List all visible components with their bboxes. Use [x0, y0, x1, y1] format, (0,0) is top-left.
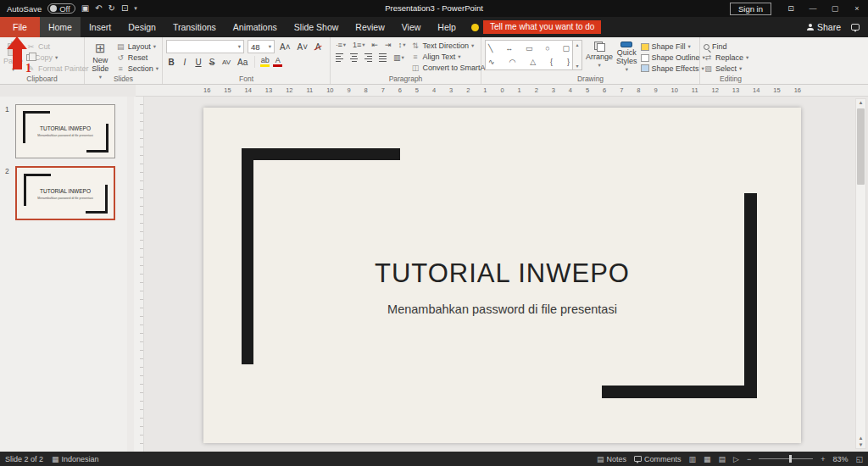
- gallery-up-icon[interactable]: ▴: [576, 42, 578, 47]
- align-right-button[interactable]: [363, 53, 374, 63]
- scroll-up-icon[interactable]: ▴: [860, 99, 863, 106]
- tab-insert[interactable]: Insert: [81, 17, 120, 37]
- next-slide-icon[interactable]: ▾: [860, 441, 863, 448]
- decrease-indent-button[interactable]: ⇤: [370, 40, 381, 50]
- underline-button[interactable]: U: [193, 58, 203, 67]
- reset-button[interactable]: ↺Reset: [116, 53, 159, 63]
- notes-button[interactable]: ▤Notes: [597, 455, 626, 463]
- new-slide-button[interactable]: ⊞ New Slide ▾: [88, 40, 113, 73]
- share-button[interactable]: Share: [807, 22, 841, 32]
- comments-icon[interactable]: [851, 24, 860, 31]
- vertical-scrollbar[interactable]: ▴ ▴ ▾: [855, 98, 866, 449]
- shape-brace-left-icon[interactable]: {: [550, 58, 553, 66]
- columns-button[interactable]: ▥▾: [392, 53, 406, 63]
- slide-title-text[interactable]: TUTORIAL INWEPO: [203, 258, 801, 289]
- section-button[interactable]: ≡Section▾: [116, 64, 159, 73]
- layout-button[interactable]: ▤Layout▾: [116, 42, 159, 52]
- minimize-button[interactable]: —: [802, 0, 824, 17]
- change-case-button[interactable]: Aa: [236, 58, 249, 67]
- shape-arc-icon[interactable]: ◠: [509, 58, 515, 66]
- increase-indent-button[interactable]: ⇥: [383, 40, 393, 50]
- gallery-down-icon[interactable]: ▾: [576, 63, 578, 69]
- tab-animations[interactable]: Animations: [225, 17, 286, 37]
- zoom-out-button[interactable]: −: [747, 455, 751, 463]
- zoom-in-button[interactable]: +: [821, 455, 825, 463]
- redo-icon[interactable]: ↻: [108, 4, 115, 13]
- font-color-button[interactable]: A: [273, 57, 282, 67]
- tab-transitions[interactable]: Transitions: [164, 17, 225, 37]
- align-left-button[interactable]: [334, 53, 345, 63]
- zoom-slider-thumb[interactable]: [789, 455, 792, 463]
- undo-icon[interactable]: ↶: [95, 4, 102, 13]
- previous-slide-icon[interactable]: ▴: [860, 435, 863, 441]
- slide-canvas[interactable]: TUTORIAL INWEPO Menambahkan password di …: [203, 108, 801, 443]
- strikethrough-button[interactable]: S: [207, 58, 217, 67]
- shape-triangle-icon[interactable]: △: [530, 58, 536, 66]
- numbering-button[interactable]: 1≡▾: [351, 40, 367, 50]
- arrange-button[interactable]: Arrange ▾: [586, 40, 613, 73]
- italic-button[interactable]: I: [180, 58, 190, 67]
- shape-brace-right-icon[interactable]: }: [567, 58, 570, 66]
- tab-view[interactable]: View: [393, 17, 430, 37]
- slide-subtitle-text[interactable]: Menambahkan password di file presentasi: [203, 302, 801, 316]
- zoom-slider[interactable]: [759, 458, 813, 459]
- clear-formatting-button[interactable]: A: [313, 42, 323, 52]
- shape-arrow-icon[interactable]: ↔: [505, 44, 513, 53]
- line-spacing-button[interactable]: ↕▾: [397, 40, 408, 50]
- shape-curve-icon[interactable]: ∿: [488, 58, 495, 66]
- maximize-button[interactable]: ▢: [824, 0, 846, 17]
- shape-line-icon[interactable]: ╲: [488, 44, 492, 53]
- align-center-button[interactable]: [348, 53, 359, 63]
- justify-button[interactable]: [377, 53, 388, 63]
- ribbon-display-options-icon[interactable]: ⊡: [780, 0, 802, 17]
- tab-home[interactable]: Home: [40, 17, 81, 37]
- highlight-color-button[interactable]: ab: [260, 57, 270, 67]
- scrollbar-thumb[interactable]: [857, 108, 865, 185]
- tab-review[interactable]: Review: [347, 17, 392, 37]
- shape-rounded-rect-icon[interactable]: ▢: [562, 44, 570, 53]
- tab-file[interactable]: File: [0, 17, 40, 37]
- shapes-gallery[interactable]: ╲ ↔ ▭ ○ ▢ ∿ ◠ △ { }: [485, 40, 573, 70]
- close-button[interactable]: ×: [846, 0, 868, 17]
- quick-styles-button[interactable]: Quick Styles ▾: [616, 40, 637, 73]
- language-button[interactable]: ▦Indonesian: [52, 455, 99, 463]
- shrink-font-button[interactable]: A˅: [296, 42, 310, 52]
- comments-button[interactable]: Comments: [634, 455, 682, 463]
- format-painter-button[interactable]: ✎Format Painter: [26, 64, 89, 73]
- font-size-select[interactable]: 48▾: [248, 40, 275, 53]
- start-slideshow-icon[interactable]: ⊡: [121, 4, 128, 13]
- slide-thumbnail-1[interactable]: TUTORIAL INWEPO Menambahkan password di …: [15, 104, 115, 158]
- character-spacing-button[interactable]: AV: [220, 58, 232, 66]
- shape-rectangle-icon[interactable]: ▭: [526, 44, 533, 53]
- grow-font-button[interactable]: A˄: [278, 42, 292, 52]
- normal-view-button[interactable]: ▥: [688, 455, 696, 463]
- shape-effects-button[interactable]: Shape Effects▾: [641, 64, 705, 73]
- autosave-toggle[interactable]: Off: [47, 3, 75, 14]
- tab-slideshow[interactable]: Slide Show: [286, 17, 348, 37]
- slide-thumbnail-2[interactable]: TUTORIAL INWEPO Menambahkan password di …: [15, 166, 115, 220]
- tab-help[interactable]: Help: [429, 17, 465, 37]
- reading-view-button[interactable]: ▤: [719, 455, 726, 463]
- slide-sorter-view-button[interactable]: ▦: [704, 455, 711, 463]
- replace-button[interactable]: ⇄Replace▾: [704, 53, 748, 63]
- cut-button[interactable]: ✂Cut: [26, 42, 89, 52]
- zoom-level[interactable]: 83%: [832, 455, 848, 463]
- shape-ellipse-icon[interactable]: ○: [545, 44, 549, 53]
- font-name-select[interactable]: ▾: [166, 40, 244, 53]
- customize-qat-icon[interactable]: ▾: [134, 5, 137, 12]
- copy-button[interactable]: Copy▾: [26, 53, 89, 63]
- shape-outline-button[interactable]: Shape Outline▾: [641, 53, 705, 63]
- thumbnail-panel-scrollbar[interactable]: [127, 97, 134, 452]
- sign-in-button[interactable]: Sign in: [730, 3, 771, 15]
- gallery-scrollbar[interactable]: ▴ ▾: [573, 40, 582, 70]
- tell-me-box[interactable]: Tell me what you want to do: [483, 20, 601, 34]
- paste-button[interactable]: Paste ▾: [3, 40, 23, 73]
- bold-button[interactable]: B: [166, 58, 176, 67]
- find-button[interactable]: Find: [704, 42, 748, 52]
- shape-fill-button[interactable]: Shape Fill▾: [641, 42, 705, 52]
- fit-to-window-button[interactable]: ◱: [855, 455, 863, 463]
- save-icon[interactable]: ▣: [81, 4, 89, 13]
- slideshow-view-button[interactable]: ▷: [733, 455, 739, 463]
- tab-design[interactable]: Design: [120, 17, 164, 37]
- bullets-button[interactable]: ∙≡▾: [334, 40, 348, 50]
